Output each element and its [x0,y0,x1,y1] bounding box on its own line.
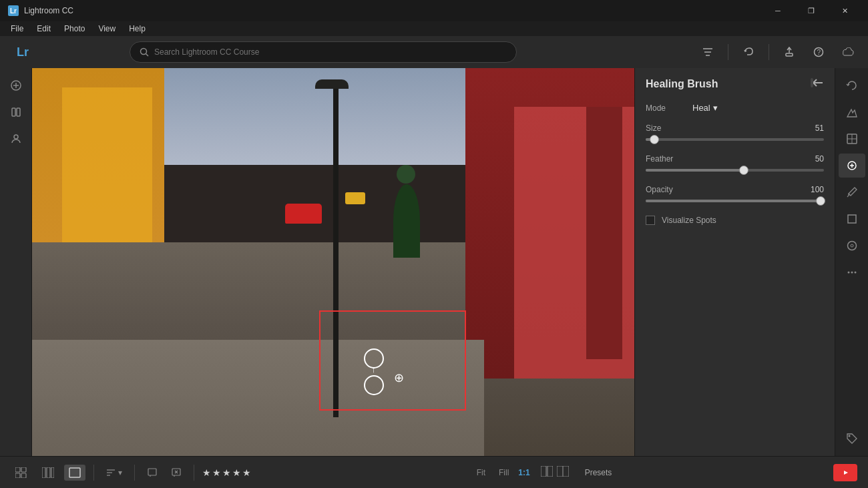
far-right-toolbar [835,68,868,456]
svg-point-26 [848,435,850,437]
mode-control: Mode Heal ▾ [646,103,824,113]
flag-reject-button[interactable] [167,465,186,481]
compare-view-button[interactable] [541,466,553,479]
svg-point-24 [851,272,853,274]
search-container [130,41,517,63]
menu-edit[interactable]: Edit [31,23,56,35]
svg-rect-44 [541,466,546,477]
svg-rect-20 [848,215,856,223]
svg-rect-38 [148,469,156,475]
brush-tool[interactable] [839,180,865,204]
people-button[interactable] [3,127,29,151]
single-view-button[interactable] [64,465,85,481]
toolbar-divider-2 [769,44,769,60]
star-1[interactable]: ★ [202,467,211,478]
feather-fill [646,169,744,172]
feather-thumb[interactable] [739,166,748,175]
size-label: Size [646,124,661,133]
transform-tool[interactable] [839,127,865,151]
opacity-slider-row: Opacity 100 [646,185,824,202]
history-tool[interactable] [839,73,865,97]
split-view-button[interactable] [557,466,569,479]
panel-back-button[interactable] [811,77,824,91]
svg-rect-11 [12,108,15,116]
panel-content: Mode Heal ▾ Size 51 F [635,97,835,456]
menu-view[interactable]: View [93,23,121,35]
star-4[interactable]: ★ [232,467,241,478]
toolbar-right: ? [698,43,857,61]
visualize-row: Visualize Spots [646,216,824,225]
star-3[interactable]: ★ [222,467,231,478]
undo-button[interactable] [739,43,758,61]
more-options[interactable] [839,260,865,284]
opacity-value: 100 [811,185,824,194]
tag-tool[interactable] [839,427,865,451]
opacity-slider[interactable] [646,200,824,202]
app-title: Lightroom CC [24,6,73,15]
maximize-button[interactable]: ❐ [796,0,827,21]
svg-rect-45 [548,466,553,477]
feather-slider[interactable] [646,169,824,172]
toolbar-divider-1 [728,44,728,60]
close-button[interactable]: ✕ [829,0,860,21]
star-5[interactable]: ★ [242,467,251,478]
opacity-thumb[interactable] [816,196,825,206]
menu-help[interactable]: Help [124,23,151,35]
filmstrip-view-button[interactable] [37,465,59,481]
crop-tool[interactable] [839,207,865,231]
add-button[interactable] [3,73,29,97]
size-thumb[interactable] [650,135,659,144]
zoom-controls: Fit Fill 1:1 Presets [473,466,612,479]
menu-file[interactable]: File [5,23,29,35]
filter-button[interactable] [698,43,717,61]
size-slider[interactable] [646,138,824,141]
right-panel: Healing Brush Mode Heal ▾ Size 51 [634,68,835,456]
radial-tool[interactable] [839,234,865,258]
panel-title: Healing Brush [646,78,718,90]
bottom-divider-1 [93,465,94,481]
mode-dropdown[interactable]: Heal ▾ [692,103,718,113]
mode-chevron-icon: ▾ [713,103,718,113]
size-header: Size 51 [646,124,824,133]
photo-canvas[interactable]: ↑ ⊕ [32,68,634,456]
zoom-1to1-button[interactable]: 1:1 [518,468,529,477]
svg-text:?: ? [817,49,821,56]
search-icon [140,47,149,57]
cloud-button[interactable] [839,43,857,61]
sort-button[interactable]: ▾ [102,465,126,480]
help-button[interactable]: ? [809,43,828,61]
title-bar: Lr Lightroom CC ─ ❐ ✕ [0,0,868,21]
visualize-checkbox[interactable] [646,216,655,225]
svg-point-23 [847,272,849,274]
star-rating: ★ ★ ★ ★ ★ [202,467,251,478]
youtube-badge[interactable] [833,464,857,481]
healing-tool[interactable] [839,154,865,178]
sort-dropdown-icon: ▾ [118,468,122,477]
zoom-fit-button[interactable]: Fit [473,467,489,479]
menu-photo[interactable]: Photo [59,23,90,35]
opacity-header: Opacity 100 [646,185,824,194]
opacity-label: Opacity [646,185,673,194]
library-button[interactable] [3,100,29,124]
minimize-button[interactable]: ─ [763,0,793,21]
svg-rect-4 [786,53,793,56]
search-input[interactable] [154,47,507,57]
size-value: 51 [815,124,824,133]
panel-header: Healing Brush [635,68,835,97]
star-2[interactable]: ★ [212,467,221,478]
window-controls: ─ ❐ ✕ [763,0,860,21]
presets-button[interactable]: Presets [585,468,612,477]
flag-pick-button[interactable] [143,465,162,481]
mode-value: Heal [692,103,710,113]
feather-header: Feather 50 [646,154,824,164]
top-toolbar: Lr ? [0,36,868,68]
svg-rect-28 [21,467,26,472]
zoom-fill-button[interactable]: Fill [495,467,513,479]
mode-label: Mode [646,103,692,113]
grid-view-button[interactable] [11,465,32,481]
svg-rect-33 [51,467,54,478]
svg-point-22 [851,244,853,247]
svg-rect-34 [69,468,80,477]
selective-tool[interactable] [839,100,865,124]
export-button[interactable] [780,43,799,61]
